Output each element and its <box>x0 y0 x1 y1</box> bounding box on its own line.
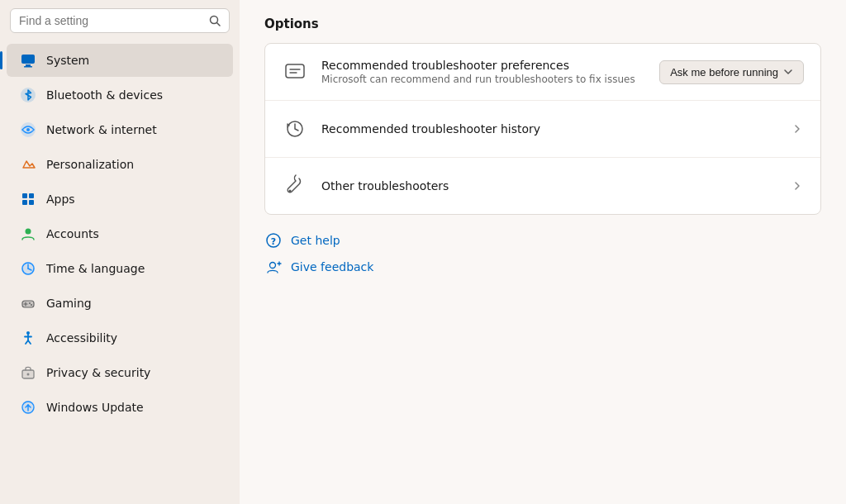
svg-point-12 <box>26 229 31 235</box>
svg-point-21 <box>29 302 31 304</box>
sidebar-item-windowsupdate[interactable]: Windows Update <box>7 391 233 424</box>
accounts-icon <box>20 226 36 242</box>
chevron-right-history <box>791 122 804 136</box>
sidebar-item-label-accessibility: Accessibility <box>46 331 117 345</box>
sidebar-item-label-time: Time & language <box>46 262 145 275</box>
sidebar-item-label-bluetooth: Bluetooth & devices <box>46 88 163 102</box>
windowsupdate-icon <box>20 399 36 416</box>
svg-point-7 <box>26 128 30 131</box>
sidebar-item-accounts[interactable]: Accounts <box>7 217 233 250</box>
sidebar-item-time[interactable]: Time & language <box>7 252 233 285</box>
svg-text:?: ? <box>271 236 276 247</box>
time-icon <box>20 260 36 277</box>
option-recommended-prefs[interactable]: Recommended troubleshooter preferences M… <box>265 44 820 101</box>
svg-point-41 <box>270 263 276 269</box>
option-text-other-troubleshooters: Other troubleshooters <box>321 179 791 193</box>
svg-rect-2 <box>21 55 35 64</box>
option-control-recommended-prefs: Ask me before running <box>659 60 804 84</box>
svg-rect-9 <box>29 193 34 198</box>
sidebar-item-label-personalization: Personalization <box>46 158 134 171</box>
network-icon <box>20 121 36 138</box>
sidebar-item-label-gaming: Gaming <box>46 297 92 310</box>
wrench-icon <box>282 173 308 199</box>
privacy-icon <box>20 364 36 381</box>
svg-rect-4 <box>24 66 32 68</box>
chevron-down-icon <box>783 67 793 77</box>
ask-before-running-dropdown[interactable]: Ask me before running <box>659 60 804 84</box>
sidebar-item-label-apps: Apps <box>46 193 75 206</box>
sidebar-item-label-windowsupdate: Windows Update <box>46 401 144 414</box>
get-help-link[interactable]: ? Get help <box>264 231 821 250</box>
option-recommended-history[interactable]: Recommended troubleshooter history <box>265 101 820 158</box>
give-feedback-label: Give feedback <box>291 260 373 273</box>
svg-point-22 <box>31 304 32 306</box>
svg-line-27 <box>28 340 31 344</box>
sidebar-item-personalization[interactable]: Personalization <box>7 148 233 181</box>
personalization-icon <box>20 156 36 173</box>
search-input[interactable] <box>19 14 202 27</box>
sidebar-item-apps[interactable]: Apps <box>7 183 233 216</box>
svg-point-38 <box>289 190 292 193</box>
sidebar-item-label-network: Network & internet <box>46 123 157 136</box>
svg-line-1 <box>217 23 221 26</box>
chevron-right-other <box>791 179 804 193</box>
svg-rect-3 <box>26 64 31 66</box>
get-help-label: Get help <box>291 234 340 247</box>
sidebar-item-bluetooth[interactable]: Bluetooth & devices <box>7 78 233 112</box>
sidebar-item-privacy[interactable]: Privacy & security <box>7 356 233 389</box>
system-icon <box>20 52 36 69</box>
sidebar: System Bluetooth & devices Network & int… <box>0 0 240 504</box>
options-card: Recommended troubleshooter preferences M… <box>264 43 821 215</box>
give-feedback-link[interactable]: Give feedback <box>264 258 821 276</box>
accessibility-icon <box>20 330 36 346</box>
feedback-icon <box>264 258 283 276</box>
help-icon: ? <box>264 231 283 250</box>
svg-rect-34 <box>286 64 304 78</box>
gaming-icon <box>20 295 36 311</box>
option-title-other-troubleshooters: Other troubleshooters <box>321 179 791 193</box>
sidebar-item-label-privacy: Privacy & security <box>46 366 150 379</box>
chat-icon <box>282 59 308 85</box>
search-bar[interactable] <box>10 8 230 33</box>
apps-icon <box>20 191 36 207</box>
sidebar-item-label-system: System <box>46 54 89 67</box>
bluetooth-icon <box>20 87 36 103</box>
sidebar-item-network[interactable]: Network & internet <box>7 113 233 146</box>
svg-rect-11 <box>29 200 34 205</box>
svg-rect-8 <box>22 193 27 198</box>
option-text-recommended-prefs: Recommended troubleshooter preferences M… <box>321 59 659 85</box>
svg-point-30 <box>27 373 30 376</box>
sidebar-item-accessibility[interactable]: Accessibility <box>7 321 233 354</box>
help-links: ? Get help Give feedback <box>264 231 821 276</box>
sidebar-item-gaming[interactable]: Gaming <box>7 287 233 320</box>
search-icon <box>209 15 221 26</box>
option-title-recommended-history: Recommended troubleshooter history <box>321 122 791 136</box>
option-text-recommended-history: Recommended troubleshooter history <box>321 122 791 136</box>
main-content: Options Recommended troubleshooter prefe… <box>240 0 846 504</box>
section-title: Options <box>264 17 821 31</box>
option-other-troubleshooters[interactable]: Other troubleshooters <box>265 158 820 214</box>
dropdown-value: Ask me before running <box>670 66 778 78</box>
sidebar-item-label-accounts: Accounts <box>46 227 99 240</box>
option-title-recommended-prefs: Recommended troubleshooter preferences <box>321 59 659 72</box>
sidebar-item-system[interactable]: System <box>7 44 233 77</box>
history-icon <box>282 116 308 142</box>
option-subtitle-recommended-prefs: Microsoft can recommend and run troubles… <box>321 74 659 85</box>
svg-rect-10 <box>22 200 27 205</box>
